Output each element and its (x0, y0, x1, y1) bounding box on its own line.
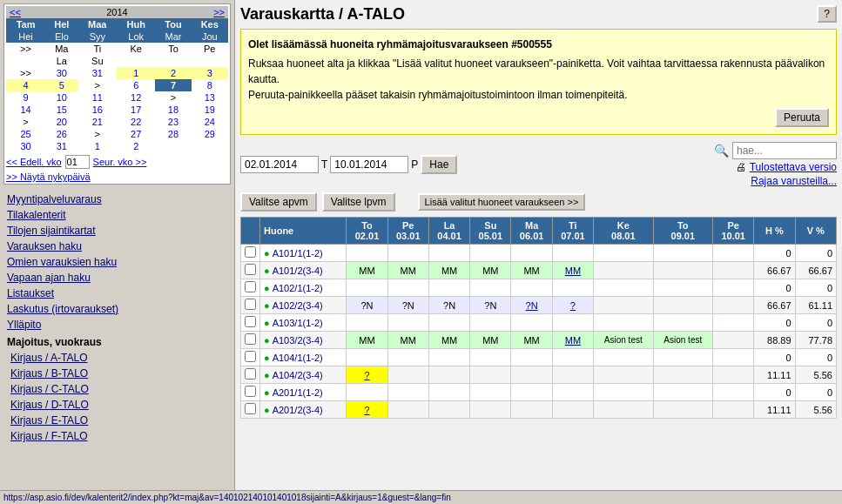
day-20[interactable]: 20 (45, 116, 77, 128)
room-link[interactable]: A104/1(1-2) (273, 353, 323, 363)
lpvm-button[interactable]: Valitse lpvm (322, 192, 395, 212)
room-link[interactable]: A103/1(1-2) (273, 318, 323, 328)
day-17[interactable]: 17 (117, 104, 155, 116)
room-name-cell[interactable]: ●A104/2(3-4) (260, 366, 347, 384)
room-checkbox[interactable] (245, 246, 256, 258)
room-name-cell[interactable]: ●A101/1(1-2) (260, 245, 347, 262)
day-31b[interactable]: 31 (45, 140, 77, 152)
day-2b[interactable]: 2 (117, 140, 155, 152)
room-checkbox[interactable] (245, 281, 256, 292)
day-18[interactable]: 18 (155, 104, 191, 116)
nav-kirjaus-d[interactable]: Kirjaus / D-TALO (3, 397, 231, 413)
day-cell[interactable]: ?N (470, 297, 511, 314)
week-input[interactable] (65, 155, 90, 169)
day-19[interactable]: 19 (192, 104, 228, 116)
today-link[interactable]: >> Näytä nykypäivä (6, 171, 91, 182)
search-input[interactable] (732, 142, 837, 159)
nav-kirjaus-c[interactable]: Kirjaus / C-TALO (3, 381, 231, 397)
day-10[interactable]: 10 (45, 91, 77, 104)
room-name-cell[interactable]: ●A101/2(3-4) (260, 262, 347, 279)
nav-kirjaus-b[interactable]: Kirjaus / B-TALO (3, 366, 231, 381)
day-4[interactable]: 4 (6, 79, 45, 91)
day-cell[interactable]: MM (347, 332, 387, 349)
nav-kirjaus-f[interactable]: Kirjaus / F-TALO (3, 428, 231, 444)
day-15[interactable]: 15 (45, 104, 77, 116)
cell-link[interactable]: MM (565, 335, 581, 346)
day-cell[interactable]: MM (387, 332, 428, 349)
room-link[interactable]: A101/1(1-2) (273, 248, 323, 259)
day-29[interactable]: 29 (192, 128, 228, 140)
room-checkbox[interactable] (245, 368, 256, 380)
day-9[interactable]: 9 (6, 91, 45, 104)
nav-listaukset[interactable]: Listaukset (3, 286, 231, 301)
day-8[interactable]: 8 (192, 79, 228, 91)
room-name-cell[interactable]: ●A103/1(1-2) (260, 314, 347, 332)
room-name-cell[interactable]: ●A104/1(1-2) (260, 349, 347, 366)
nav-laskutus[interactable]: Laskutus (irtovaraukset) (3, 301, 231, 317)
room-checkbox[interactable] (245, 386, 256, 397)
week-prev-link[interactable]: << Edell. vko (6, 157, 62, 167)
day-cell[interactable]: MM (552, 262, 593, 279)
nav-tilakalenterit[interactable]: Tilakalenterit (3, 207, 231, 223)
day-cell[interactable]: MM (470, 262, 511, 279)
cell-link[interactable]: ? (364, 370, 369, 380)
nav-kirjaus-a[interactable]: Kirjaus / A-TALO (3, 350, 231, 366)
day-cell[interactable]: MM (552, 332, 593, 349)
day-26[interactable]: 26 (45, 128, 77, 140)
room-link[interactable]: A103/2(3-4) (273, 335, 323, 346)
day-24[interactable]: 24 (192, 116, 228, 128)
week-next-link[interactable]: Seur. vko >> (93, 157, 147, 167)
day-25[interactable]: 25 (6, 128, 45, 140)
day-cell[interactable]: MM (428, 332, 469, 349)
day-cell[interactable]: MM (347, 262, 387, 279)
room-checkbox[interactable] (245, 403, 256, 414)
room-link[interactable]: A101/2(3-4) (273, 265, 323, 276)
day-cell[interactable]: ?N (387, 297, 428, 314)
room-checkbox[interactable] (245, 299, 256, 310)
room-name-cell[interactable]: ●A201/2(3-4) (260, 401, 347, 419)
day-13[interactable]: 13 (192, 91, 228, 104)
nav-vapaa[interactable]: Vapaan ajan haku (3, 270, 231, 286)
apvm-button[interactable]: Valitse apvm (240, 192, 317, 212)
room-name-cell[interactable]: ●A102/1(1-2) (260, 279, 347, 297)
day-22[interactable]: 22 (117, 116, 155, 128)
day-11[interactable]: 11 (78, 91, 117, 104)
day-23[interactable]: 23 (155, 116, 191, 128)
cal-prev[interactable]: << (10, 7, 21, 17)
day-cell[interactable]: ?N (347, 297, 387, 314)
day-cell[interactable]: ? (552, 297, 593, 314)
nav-omien[interactable]: Omien varauksien haku (3, 254, 231, 270)
room-checkbox[interactable] (245, 333, 256, 345)
day-1[interactable]: 1 (117, 67, 155, 79)
room-checkbox[interactable] (245, 316, 256, 327)
nav-myynti[interactable]: Myyntipalveluvaraus (3, 192, 231, 207)
day-cell[interactable]: MM (511, 262, 552, 279)
day-31[interactable]: 31 (78, 67, 117, 79)
cancel-button[interactable]: Peruuta (775, 108, 829, 127)
day-1b[interactable]: 1 (78, 140, 117, 152)
nav-kirjaus-e[interactable]: Kirjaus / E-TALO (3, 413, 231, 428)
day-21[interactable]: 21 (78, 116, 117, 128)
cell-link[interactable]: ? (570, 300, 576, 311)
room-checkbox[interactable] (245, 264, 256, 275)
day-5[interactable]: 5 (45, 79, 77, 91)
day-12[interactable]: 12 (117, 91, 155, 104)
cell-link[interactable]: MM (565, 265, 581, 276)
day-16[interactable]: 16 (78, 104, 117, 116)
day-3[interactable]: 3 (192, 67, 228, 79)
day-cell[interactable]: ? (347, 366, 387, 384)
day-cell[interactable]: ?N (428, 297, 469, 314)
print-link[interactable]: Tulostettava versio (750, 161, 837, 173)
day-cell[interactable]: MM (511, 332, 552, 349)
room-link[interactable]: A201/2(3-4) (273, 405, 323, 415)
day-cell[interactable]: Asion test (594, 332, 654, 349)
day-7[interactable]: 7 (155, 79, 191, 91)
room-link[interactable]: A201/1(1-2) (273, 387, 323, 398)
cell-link[interactable]: ? (364, 405, 369, 415)
day-cell[interactable]: ? (347, 401, 387, 419)
nav-tilojen[interactable]: Tilojen sijaintikartat (3, 223, 231, 239)
day-cell[interactable]: MM (470, 332, 511, 349)
cell-link[interactable]: ?N (526, 300, 538, 311)
room-checkbox[interactable] (245, 351, 256, 362)
room-link[interactable]: A102/1(1-2) (273, 283, 323, 293)
